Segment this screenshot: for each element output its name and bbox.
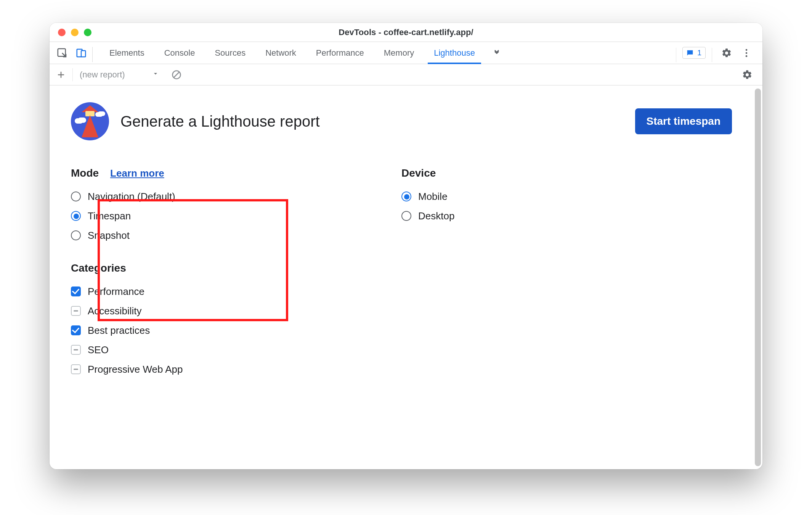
window-title: DevTools - coffee-cart.netlify.app/ — [339, 27, 473, 37]
mode-header: Mode — [71, 167, 99, 179]
device-header: Device — [401, 167, 436, 179]
svg-rect-2 — [81, 50, 85, 56]
category-pwa[interactable]: Progressive Web App — [71, 360, 401, 379]
tab-console[interactable]: Console — [154, 42, 205, 64]
checkbox-indeterminate-icon — [71, 364, 81, 374]
svg-point-3 — [746, 49, 748, 51]
chevron-down-icon — [152, 70, 159, 80]
issues-count: 1 — [697, 48, 701, 57]
checkbox-indeterminate-icon — [71, 345, 81, 355]
minimize-window-icon[interactable] — [71, 29, 79, 36]
tab-network[interactable]: Network — [255, 42, 306, 64]
report-dropdown[interactable]: (new report) — [77, 68, 163, 81]
inspect-element-icon[interactable] — [53, 42, 72, 64]
radio-icon — [401, 211, 411, 221]
clear-icon[interactable] — [169, 68, 184, 82]
lighthouse-settings-gear-icon[interactable] — [739, 66, 756, 83]
lighthouse-panel: Generate a Lighthouse report Start times… — [50, 85, 753, 469]
device-option-desktop[interactable]: Desktop — [401, 206, 732, 226]
scrollbar-thumb[interactable] — [755, 89, 761, 466]
mode-option-navigation[interactable]: Navigation (Default) — [71, 187, 401, 206]
tab-elements[interactable]: Elements — [99, 42, 154, 64]
radio-icon — [71, 192, 81, 201]
categories-header: Categories — [71, 262, 126, 274]
close-window-icon[interactable] — [58, 29, 66, 36]
radio-checked-icon — [71, 211, 81, 221]
new-report-icon[interactable] — [53, 67, 69, 82]
devtools-tabstrip: Elements Console Sources Network Perform… — [50, 42, 762, 64]
panel-tabs: Elements Console Sources Network Perform… — [99, 42, 485, 64]
tab-memory[interactable]: Memory — [374, 42, 424, 64]
vertical-scrollbar[interactable] — [753, 85, 762, 469]
settings-gear-icon[interactable] — [718, 45, 735, 61]
checkbox-checked-icon — [71, 325, 81, 335]
checkbox-checked-icon — [71, 286, 81, 296]
category-performance[interactable]: Performance — [71, 282, 401, 301]
more-options-icon[interactable] — [738, 45, 755, 61]
report-dropdown-label: (new report) — [80, 70, 125, 80]
zoom-window-icon[interactable] — [84, 29, 91, 36]
svg-point-4 — [746, 52, 748, 54]
window-controls — [58, 29, 91, 36]
lighthouse-toolbar: (new report) — [50, 64, 762, 85]
mode-option-snapshot[interactable]: Snapshot — [71, 226, 401, 245]
radio-icon — [71, 230, 81, 240]
issues-chip[interactable]: 1 — [682, 47, 706, 59]
tab-sources[interactable]: Sources — [205, 42, 255, 64]
category-seo[interactable]: SEO — [71, 340, 401, 360]
tab-performance[interactable]: Performance — [306, 42, 374, 64]
mode-section: Mode Learn more Navigation (Default) Tim… — [71, 167, 401, 245]
category-best-practices[interactable]: Best practices — [71, 321, 401, 340]
page-title: Generate a Lighthouse report — [120, 113, 320, 130]
radio-checked-icon — [401, 192, 411, 201]
device-toolbar-icon[interactable] — [72, 42, 91, 64]
categories-section: Categories Performance Accessibility — [71, 262, 401, 379]
checkbox-indeterminate-icon — [71, 306, 81, 316]
device-section: Device Mobile Desktop — [401, 167, 732, 226]
start-timespan-button[interactable]: Start timespan — [635, 108, 732, 134]
more-tabs-icon[interactable] — [485, 42, 509, 64]
category-accessibility[interactable]: Accessibility — [71, 301, 401, 321]
titlebar: DevTools - coffee-cart.netlify.app/ — [50, 23, 762, 42]
mode-learn-more-link[interactable]: Learn more — [110, 167, 164, 179]
device-option-mobile[interactable]: Mobile — [401, 187, 732, 206]
mode-option-timespan[interactable]: Timespan — [71, 206, 401, 226]
svg-point-5 — [746, 55, 748, 57]
lighthouse-logo-icon — [71, 102, 109, 140]
devtools-window: DevTools - coffee-cart.netlify.app/ — [50, 23, 762, 469]
tab-lighthouse[interactable]: Lighthouse — [424, 42, 485, 64]
